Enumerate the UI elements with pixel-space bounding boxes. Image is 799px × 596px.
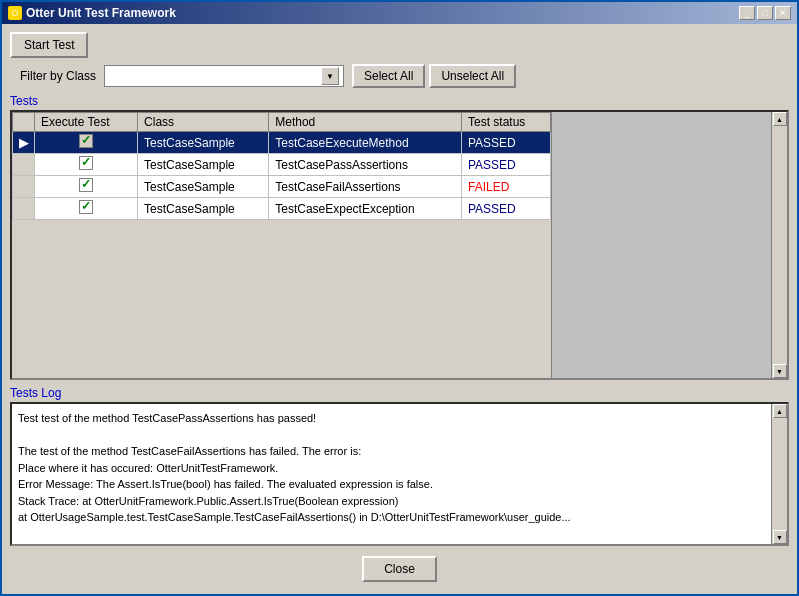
title-bar: O Otter Unit Test Framework _ □ ✕ <box>2 2 797 24</box>
execute-test-cell[interactable] <box>35 176 138 198</box>
title-bar-buttons: _ □ ✕ <box>739 6 791 20</box>
log-scrollbar: ▲ ▼ <box>771 404 787 544</box>
table-row[interactable]: ▶TestCaseSampleTestCaseExecuteMethodPASS… <box>13 132 551 154</box>
table-row[interactable]: TestCaseSampleTestCaseFailAssertionsFAIL… <box>13 176 551 198</box>
execute-test-cell[interactable] <box>35 154 138 176</box>
footer-row: Close <box>10 552 789 586</box>
log-section-label: Tests Log <box>10 386 789 400</box>
tests-section: Tests Execute Test Class Method Test sta… <box>10 94 789 380</box>
class-cell: TestCaseSample <box>138 132 269 154</box>
select-buttons: Select All Unselect All <box>352 64 516 88</box>
status-cell: PASSED <box>461 132 550 154</box>
scroll-up-button[interactable]: ▲ <box>773 112 787 126</box>
col-status: Test status <box>461 113 550 132</box>
filter-combo[interactable]: ▼ <box>104 65 344 87</box>
execute-test-cell[interactable] <box>35 132 138 154</box>
row-arrow-cell: ▶ <box>13 132 35 154</box>
col-method: Method <box>269 113 462 132</box>
status-cell: PASSED <box>461 154 550 176</box>
log-panel: Test test of the method TestCasePassAsse… <box>10 402 789 546</box>
tests-table: Execute Test Class Method Test status ▶T… <box>12 112 551 220</box>
select-all-button[interactable]: Select All <box>352 64 425 88</box>
filter-label: Filter by Class <box>20 69 96 83</box>
row-arrow-cell <box>13 198 35 220</box>
window-title: Otter Unit Test Framework <box>26 6 176 20</box>
class-cell: TestCaseSample <box>138 176 269 198</box>
col-execute: Execute Test <box>35 113 138 132</box>
row-arrow-cell <box>13 176 35 198</box>
tests-table-wrapper: Execute Test Class Method Test status ▶T… <box>12 112 551 378</box>
table-row[interactable]: TestCaseSampleTestCaseExpectExceptionPAS… <box>13 198 551 220</box>
tests-section-label: Tests <box>10 94 789 108</box>
tests-panel: Execute Test Class Method Test status ▶T… <box>10 110 789 380</box>
filter-select-row: Filter by Class ▼ Select All Unselect Al… <box>10 64 789 88</box>
window-body: Start Test Filter by Class ▼ Select All … <box>2 24 797 594</box>
col-class: Class <box>138 113 269 132</box>
start-test-button[interactable]: Start Test <box>10 32 88 58</box>
gray-panel <box>551 112 771 378</box>
log-section: Tests Log Test test of the method TestCa… <box>10 386 789 546</box>
close-window-button[interactable]: ✕ <box>775 6 791 20</box>
class-cell: TestCaseSample <box>138 154 269 176</box>
status-cell: PASSED <box>461 198 550 220</box>
method-cell: TestCaseExecuteMethod <box>269 132 462 154</box>
log-scroll-down-button[interactable]: ▼ <box>773 530 787 544</box>
col-arrow <box>13 113 35 132</box>
method-cell: TestCaseFailAssertions <box>269 176 462 198</box>
method-cell: TestCaseExpectException <box>269 198 462 220</box>
unselect-all-button[interactable]: Unselect All <box>429 64 516 88</box>
title-bar-left: O Otter Unit Test Framework <box>8 6 176 20</box>
log-scroll-up-button[interactable]: ▲ <box>773 404 787 418</box>
toolbar-row: Start Test <box>10 32 789 58</box>
table-scrollbar: ▲ ▼ <box>771 112 787 378</box>
scroll-down-button[interactable]: ▼ <box>773 364 787 378</box>
row-arrow-cell <box>13 154 35 176</box>
class-cell: TestCaseSample <box>138 198 269 220</box>
table-row[interactable]: TestCaseSampleTestCasePassAssertionsPASS… <box>13 154 551 176</box>
main-window: O Otter Unit Test Framework _ □ ✕ Start … <box>0 0 799 596</box>
maximize-button[interactable]: □ <box>757 6 773 20</box>
minimize-button[interactable]: _ <box>739 6 755 20</box>
status-cell: FAILED <box>461 176 550 198</box>
method-cell: TestCasePassAssertions <box>269 154 462 176</box>
app-icon: O <box>8 6 22 20</box>
combo-dropdown-arrow[interactable]: ▼ <box>321 67 339 85</box>
log-text: Test test of the method TestCasePassAsse… <box>12 404 771 544</box>
execute-test-cell[interactable] <box>35 198 138 220</box>
close-button[interactable]: Close <box>362 556 437 582</box>
